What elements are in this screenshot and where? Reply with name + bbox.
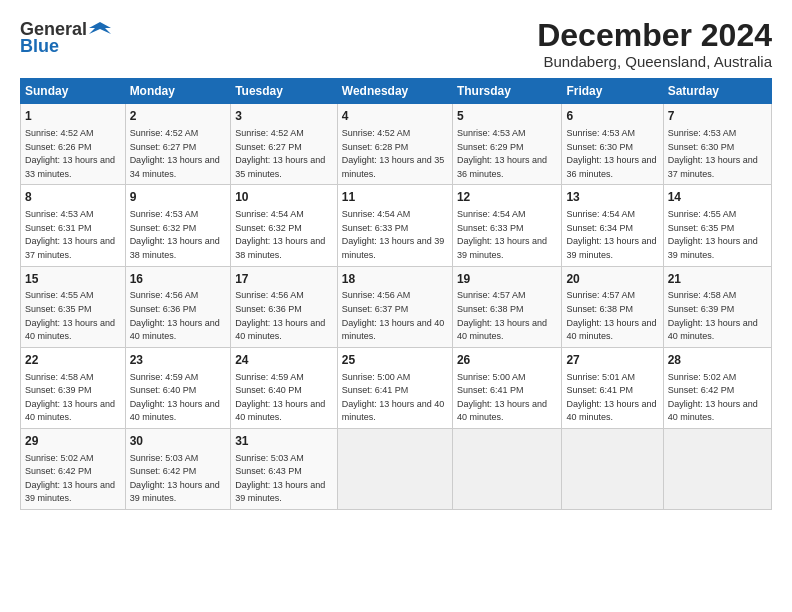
table-row xyxy=(337,428,452,509)
table-row: 30Sunrise: 5:03 AMSunset: 6:42 PMDayligh… xyxy=(125,428,231,509)
table-row: 29Sunrise: 5:02 AMSunset: 6:42 PMDayligh… xyxy=(21,428,126,509)
day-number: 11 xyxy=(342,189,448,206)
week-row-3: 15Sunrise: 4:55 AMSunset: 6:35 PMDayligh… xyxy=(21,266,772,347)
day-info: Sunrise: 4:52 AMSunset: 6:27 PMDaylight:… xyxy=(130,128,220,179)
day-info: Sunrise: 4:54 AMSunset: 6:33 PMDaylight:… xyxy=(342,209,445,260)
table-row xyxy=(562,428,663,509)
day-info: Sunrise: 5:03 AMSunset: 6:42 PMDaylight:… xyxy=(130,453,220,504)
day-info: Sunrise: 5:00 AMSunset: 6:41 PMDaylight:… xyxy=(342,372,445,423)
table-row: 12Sunrise: 4:54 AMSunset: 6:33 PMDayligh… xyxy=(452,185,561,266)
table-row: 25Sunrise: 5:00 AMSunset: 6:41 PMDayligh… xyxy=(337,347,452,428)
table-row: 28Sunrise: 5:02 AMSunset: 6:42 PMDayligh… xyxy=(663,347,771,428)
day-number: 6 xyxy=(566,108,658,125)
table-row: 7Sunrise: 4:53 AMSunset: 6:30 PMDaylight… xyxy=(663,104,771,185)
table-row: 24Sunrise: 4:59 AMSunset: 6:40 PMDayligh… xyxy=(231,347,338,428)
table-row xyxy=(452,428,561,509)
day-info: Sunrise: 4:59 AMSunset: 6:40 PMDaylight:… xyxy=(235,372,325,423)
table-row: 26Sunrise: 5:00 AMSunset: 6:41 PMDayligh… xyxy=(452,347,561,428)
day-number: 3 xyxy=(235,108,333,125)
day-number: 5 xyxy=(457,108,557,125)
table-row: 6Sunrise: 4:53 AMSunset: 6:30 PMDaylight… xyxy=(562,104,663,185)
calendar-table: SundayMondayTuesdayWednesdayThursdayFrid… xyxy=(20,78,772,510)
day-number: 23 xyxy=(130,352,227,369)
col-header-monday: Monday xyxy=(125,79,231,104)
table-row: 13Sunrise: 4:54 AMSunset: 6:34 PMDayligh… xyxy=(562,185,663,266)
col-header-thursday: Thursday xyxy=(452,79,561,104)
week-row-1: 1Sunrise: 4:52 AMSunset: 6:26 PMDaylight… xyxy=(21,104,772,185)
day-info: Sunrise: 4:52 AMSunset: 6:26 PMDaylight:… xyxy=(25,128,115,179)
day-info: Sunrise: 4:54 AMSunset: 6:32 PMDaylight:… xyxy=(235,209,325,260)
table-row: 23Sunrise: 4:59 AMSunset: 6:40 PMDayligh… xyxy=(125,347,231,428)
col-header-friday: Friday xyxy=(562,79,663,104)
day-number: 18 xyxy=(342,271,448,288)
day-number: 2 xyxy=(130,108,227,125)
table-row: 4Sunrise: 4:52 AMSunset: 6:28 PMDaylight… xyxy=(337,104,452,185)
day-info: Sunrise: 4:52 AMSunset: 6:28 PMDaylight:… xyxy=(342,128,445,179)
day-number: 12 xyxy=(457,189,557,206)
col-header-wednesday: Wednesday xyxy=(337,79,452,104)
table-row: 8Sunrise: 4:53 AMSunset: 6:31 PMDaylight… xyxy=(21,185,126,266)
table-row: 18Sunrise: 4:56 AMSunset: 6:37 PMDayligh… xyxy=(337,266,452,347)
day-number: 7 xyxy=(668,108,767,125)
day-info: Sunrise: 4:55 AMSunset: 6:35 PMDaylight:… xyxy=(25,290,115,341)
week-row-4: 22Sunrise: 4:58 AMSunset: 6:39 PMDayligh… xyxy=(21,347,772,428)
day-info: Sunrise: 4:57 AMSunset: 6:38 PMDaylight:… xyxy=(457,290,547,341)
header: General Blue December 2024 Bundaberg, Qu… xyxy=(20,18,772,70)
day-info: Sunrise: 4:58 AMSunset: 6:39 PMDaylight:… xyxy=(25,372,115,423)
day-number: 10 xyxy=(235,189,333,206)
table-row: 16Sunrise: 4:56 AMSunset: 6:36 PMDayligh… xyxy=(125,266,231,347)
week-row-5: 29Sunrise: 5:02 AMSunset: 6:42 PMDayligh… xyxy=(21,428,772,509)
col-header-saturday: Saturday xyxy=(663,79,771,104)
table-row: 22Sunrise: 4:58 AMSunset: 6:39 PMDayligh… xyxy=(21,347,126,428)
day-number: 25 xyxy=(342,352,448,369)
page-title: December 2024 xyxy=(537,18,772,53)
day-info: Sunrise: 4:59 AMSunset: 6:40 PMDaylight:… xyxy=(130,372,220,423)
table-row xyxy=(663,428,771,509)
day-number: 22 xyxy=(25,352,121,369)
day-number: 19 xyxy=(457,271,557,288)
table-row: 21Sunrise: 4:58 AMSunset: 6:39 PMDayligh… xyxy=(663,266,771,347)
day-info: Sunrise: 4:53 AMSunset: 6:30 PMDaylight:… xyxy=(668,128,758,179)
day-info: Sunrise: 5:02 AMSunset: 6:42 PMDaylight:… xyxy=(25,453,115,504)
table-row: 20Sunrise: 4:57 AMSunset: 6:38 PMDayligh… xyxy=(562,266,663,347)
table-row: 14Sunrise: 4:55 AMSunset: 6:35 PMDayligh… xyxy=(663,185,771,266)
logo-blue: Blue xyxy=(20,36,59,57)
day-info: Sunrise: 5:01 AMSunset: 6:41 PMDaylight:… xyxy=(566,372,656,423)
day-info: Sunrise: 4:53 AMSunset: 6:31 PMDaylight:… xyxy=(25,209,115,260)
table-row: 17Sunrise: 4:56 AMSunset: 6:36 PMDayligh… xyxy=(231,266,338,347)
day-number: 20 xyxy=(566,271,658,288)
page: General Blue December 2024 Bundaberg, Qu… xyxy=(0,0,792,612)
day-info: Sunrise: 4:54 AMSunset: 6:33 PMDaylight:… xyxy=(457,209,547,260)
day-number: 31 xyxy=(235,433,333,450)
header-row: SundayMondayTuesdayWednesdayThursdayFrid… xyxy=(21,79,772,104)
col-header-tuesday: Tuesday xyxy=(231,79,338,104)
day-number: 8 xyxy=(25,189,121,206)
day-number: 1 xyxy=(25,108,121,125)
logo: General Blue xyxy=(20,18,111,57)
table-row: 11Sunrise: 4:54 AMSunset: 6:33 PMDayligh… xyxy=(337,185,452,266)
day-info: Sunrise: 4:56 AMSunset: 6:36 PMDaylight:… xyxy=(235,290,325,341)
col-header-sunday: Sunday xyxy=(21,79,126,104)
table-row: 3Sunrise: 4:52 AMSunset: 6:27 PMDaylight… xyxy=(231,104,338,185)
table-row: 10Sunrise: 4:54 AMSunset: 6:32 PMDayligh… xyxy=(231,185,338,266)
week-row-2: 8Sunrise: 4:53 AMSunset: 6:31 PMDaylight… xyxy=(21,185,772,266)
day-info: Sunrise: 4:55 AMSunset: 6:35 PMDaylight:… xyxy=(668,209,758,260)
day-info: Sunrise: 4:57 AMSunset: 6:38 PMDaylight:… xyxy=(566,290,656,341)
page-subtitle: Bundaberg, Queensland, Australia xyxy=(537,53,772,70)
table-row: 19Sunrise: 4:57 AMSunset: 6:38 PMDayligh… xyxy=(452,266,561,347)
day-number: 16 xyxy=(130,271,227,288)
day-info: Sunrise: 4:52 AMSunset: 6:27 PMDaylight:… xyxy=(235,128,325,179)
day-info: Sunrise: 4:56 AMSunset: 6:36 PMDaylight:… xyxy=(130,290,220,341)
day-info: Sunrise: 4:56 AMSunset: 6:37 PMDaylight:… xyxy=(342,290,445,341)
day-number: 28 xyxy=(668,352,767,369)
day-number: 26 xyxy=(457,352,557,369)
table-row: 15Sunrise: 4:55 AMSunset: 6:35 PMDayligh… xyxy=(21,266,126,347)
day-info: Sunrise: 5:02 AMSunset: 6:42 PMDaylight:… xyxy=(668,372,758,423)
day-number: 24 xyxy=(235,352,333,369)
day-number: 15 xyxy=(25,271,121,288)
title-block: December 2024 Bundaberg, Queensland, Aus… xyxy=(537,18,772,70)
day-number: 13 xyxy=(566,189,658,206)
day-number: 17 xyxy=(235,271,333,288)
table-row: 9Sunrise: 4:53 AMSunset: 6:32 PMDaylight… xyxy=(125,185,231,266)
svg-marker-0 xyxy=(89,22,111,34)
